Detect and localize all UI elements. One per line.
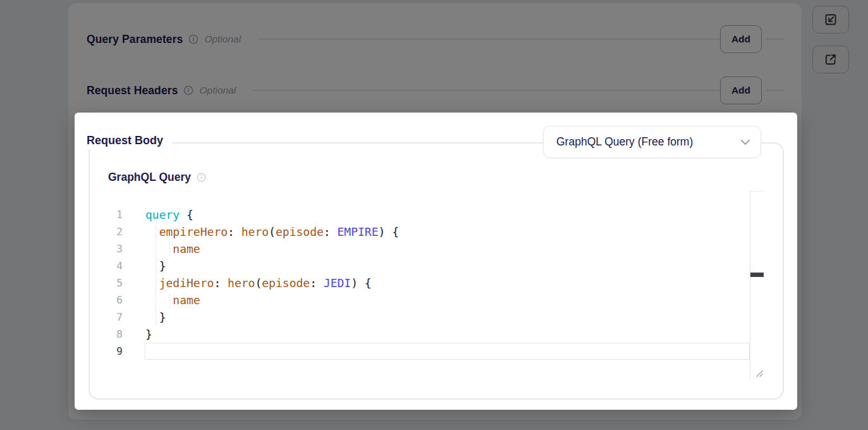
editor-gutter: 123456789 — [100, 206, 123, 360]
graphql-query-label: GraphQL Query — [108, 171, 191, 184]
body-type-selected-value: GraphQL Query (Free form) — [556, 135, 740, 149]
code-line: empireHero: hero(episode: EMPIRE) { — [145, 223, 750, 240]
line-number: 5 — [100, 274, 123, 292]
line-number: 8 — [100, 326, 123, 343]
code-line: jediHero: hero(episode: JEDI) { — [145, 274, 750, 292]
scrollbar-track — [750, 191, 750, 379]
graphql-query-editor[interactable]: query { empireHero: hero(episode: EMPIRE… — [145, 206, 750, 360]
line-number: 4 — [100, 257, 123, 274]
code-line — [145, 343, 750, 360]
body-type-select[interactable]: GraphQL Query (Free form) — [543, 126, 761, 158]
line-number: 6 — [100, 292, 123, 309]
chevron-down-icon — [740, 139, 750, 145]
line-number: 7 — [100, 309, 123, 326]
scrollbar-track — [750, 191, 764, 192]
info-icon[interactable] — [197, 173, 206, 182]
request-body-title: Request Body — [87, 132, 172, 149]
line-number: 2 — [100, 223, 123, 240]
code-line: } — [145, 309, 750, 326]
scrollbar-thumb[interactable] — [750, 273, 764, 277]
code-line: name — [145, 240, 750, 257]
resize-grip[interactable] — [755, 369, 764, 378]
code-line: query { — [145, 206, 750, 223]
code-line: } — [145, 257, 750, 274]
code-line: name — [145, 292, 750, 309]
request-body-modal: Request Body GraphQL Query (Free form) G… — [75, 113, 797, 410]
code-line: } — [145, 326, 750, 343]
line-number: 1 — [100, 206, 123, 223]
graphql-query-label-row: GraphQL Query — [108, 171, 206, 184]
line-number: 3 — [100, 240, 123, 257]
line-number: 9 — [100, 343, 123, 360]
